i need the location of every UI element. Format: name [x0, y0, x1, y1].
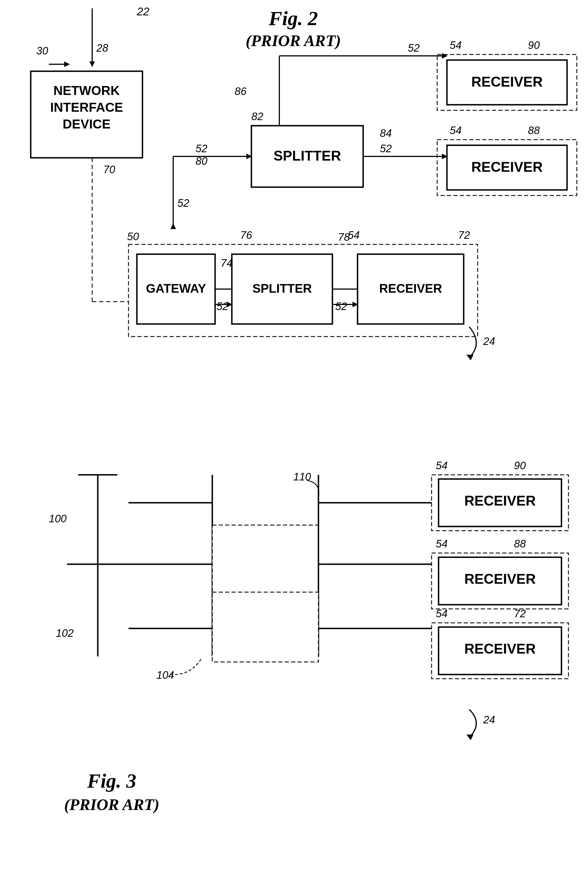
- fig2-title: Fig. 2: [268, 7, 318, 30]
- label-30: 30: [36, 45, 48, 57]
- receiver-label-f3-90: RECEIVER: [464, 493, 536, 509]
- page: Fig. 2 (PRIOR ART) 22 28 30 NETWORK INTE…: [0, 0, 588, 872]
- label-100: 100: [49, 513, 66, 524]
- svg-marker-15: [170, 223, 176, 229]
- label-54-lower: 54: [348, 229, 360, 241]
- label-52-b: 52: [380, 143, 392, 154]
- dashed-box-108: [212, 525, 318, 603]
- svg-marker-4: [64, 61, 70, 67]
- label-76: 76: [240, 229, 252, 241]
- diagram: Fig. 2 (PRIOR ART) 22 28 30 NETWORK INTE…: [0, 0, 588, 872]
- label-102: 102: [56, 627, 74, 639]
- label-52-e: 52: [216, 301, 228, 312]
- label-104: 104: [156, 669, 174, 681]
- label-54-f3-top: 54: [436, 460, 447, 472]
- receiver-label-88: RECEIVER: [471, 159, 543, 175]
- fig2-prior-art: (PRIOR ART): [246, 31, 341, 50]
- label-86: 86: [235, 85, 247, 97]
- fig3-prior-art: (PRIOR ART): [64, 796, 159, 814]
- label-24-top: 24: [483, 336, 495, 347]
- receiver-label-90: RECEIVER: [471, 74, 543, 90]
- receiver-label-f3-72: RECEIVER: [464, 641, 536, 657]
- label-88: 88: [528, 124, 540, 136]
- label-54-f3-bot: 54: [436, 608, 447, 619]
- receiver-label-lower: RECEIVER: [380, 282, 442, 295]
- nid-label-2: INTERFACE: [50, 100, 123, 114]
- label-52-d: 52: [177, 197, 189, 209]
- splitter-label-lower: SPLITTER: [252, 282, 312, 295]
- receiver-label-f3-88: RECEIVER: [464, 571, 536, 587]
- svg-marker-2: [89, 61, 95, 67]
- label-80: 80: [195, 155, 207, 167]
- label-52-f: 52: [335, 301, 347, 312]
- nid-label-1: NETWORK: [53, 83, 120, 98]
- label-52-a: 52: [408, 42, 420, 54]
- label-88-f3: 88: [514, 538, 526, 550]
- label-54-mid: 54: [450, 124, 462, 136]
- label-72: 72: [458, 229, 470, 241]
- label-84: 84: [380, 127, 392, 139]
- splitter-label-upper: SPLITTER: [273, 148, 341, 164]
- label-50: 50: [127, 231, 139, 243]
- label-28: 28: [96, 42, 108, 54]
- svg-marker-22: [466, 355, 474, 360]
- label-82: 82: [251, 111, 263, 122]
- label-54-top: 54: [450, 39, 462, 51]
- label-90: 90: [528, 39, 540, 51]
- fig3-title: Fig. 3: [87, 770, 136, 792]
- gateway-label: GATEWAY: [146, 282, 206, 295]
- label-72-f3: 72: [514, 608, 526, 619]
- label-90-f3: 90: [514, 460, 526, 472]
- label-24-bot: 24: [483, 714, 495, 726]
- dashed-box-106: [212, 592, 318, 662]
- label-22: 22: [136, 5, 150, 18]
- svg-marker-34: [466, 734, 474, 740]
- label-74: 74: [220, 257, 232, 269]
- label-54-f3-mid: 54: [436, 538, 447, 550]
- label-70: 70: [104, 164, 115, 175]
- nid-label-3: DEVICE: [63, 117, 110, 131]
- label-52-c: 52: [195, 143, 207, 154]
